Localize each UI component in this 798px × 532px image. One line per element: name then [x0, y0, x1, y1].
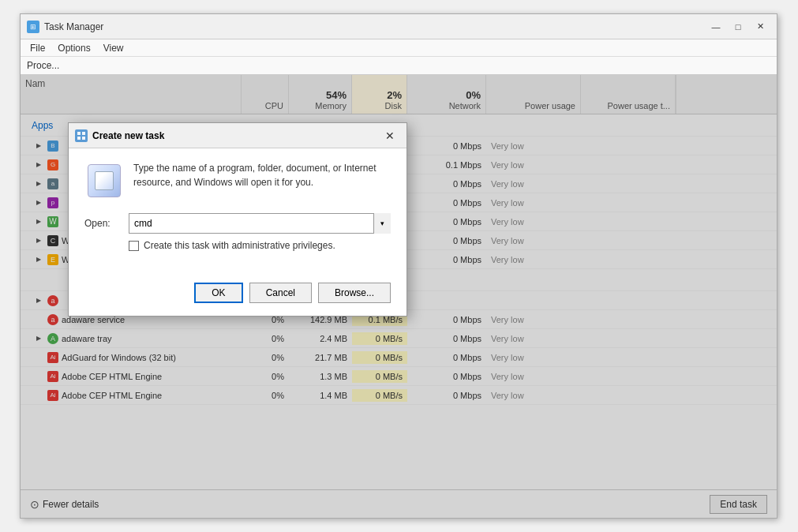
dialog-run-icon: [84, 161, 124, 200]
dialog-description: Type the name of a program, folder, docu…: [133, 161, 391, 189]
menu-file[interactable]: File: [24, 41, 51, 55]
dialog-title-bar: Create new task ✕: [69, 123, 406, 148]
dialog-cancel-button[interactable]: Cancel: [249, 283, 312, 303]
dialog-icon: [75, 129, 88, 142]
window-title: Task Manager: [44, 21, 706, 32]
content-area: Nam CPU 54% Memory 2% Disk: [21, 75, 777, 518]
processes-tab[interactable]: Proce...: [21, 57, 777, 75]
dialog-ok-button[interactable]: OK: [194, 283, 242, 303]
processes-tab-label: Proce...: [27, 60, 59, 71]
admin-checkbox[interactable]: [129, 241, 139, 251]
svg-rect-3: [82, 137, 85, 140]
task-manager-window: ⊞ Task Manager — □ ✕ File Options View P…: [20, 13, 777, 519]
open-input[interactable]: [129, 213, 391, 234]
svg-rect-2: [77, 137, 81, 140]
dialog-title-text: Create new task: [92, 130, 380, 141]
title-bar: ⊞ Task Manager — □ ✕: [21, 14, 777, 39]
open-dropdown-button[interactable]: ▾: [373, 213, 391, 234]
dialog-title-icon: [77, 131, 86, 140]
menu-view[interactable]: View: [97, 41, 130, 55]
open-input-wrapper: ▾: [129, 213, 391, 234]
maximize-button[interactable]: □: [728, 19, 748, 35]
svg-rect-1: [82, 132, 85, 135]
menu-bar: File Options View: [21, 39, 777, 57]
create-new-task-dialog: Create new task ✕ Type the name of a pro…: [68, 122, 407, 317]
app-icon: ⊞: [27, 21, 39, 33]
admin-checkbox-row: Create this task with administrative pri…: [84, 240, 391, 251]
dialog-run-icon-inner: [88, 164, 121, 197]
open-label: Open:: [84, 218, 122, 229]
dialog-footer: OK Cancel Browse...: [69, 276, 406, 316]
dialog-document-icon: [95, 171, 114, 190]
svg-rect-0: [77, 132, 81, 135]
dialog-body: Type the name of a program, folder, docu…: [69, 148, 406, 276]
dialog-overlay: Create new task ✕ Type the name of a pro…: [21, 75, 777, 518]
dialog-close-button[interactable]: ✕: [380, 128, 400, 144]
window-controls: — □ ✕: [706, 19, 770, 35]
window-close-button[interactable]: ✕: [750, 19, 770, 35]
open-input-row: Open: ▾: [84, 213, 391, 234]
admin-label: Create this task with administrative pri…: [144, 240, 335, 251]
minimize-button[interactable]: —: [706, 19, 726, 35]
dialog-browse-button[interactable]: Browse...: [318, 283, 391, 303]
menu-options[interactable]: Options: [51, 41, 96, 55]
dialog-desc-row: Type the name of a program, folder, docu…: [84, 161, 391, 200]
